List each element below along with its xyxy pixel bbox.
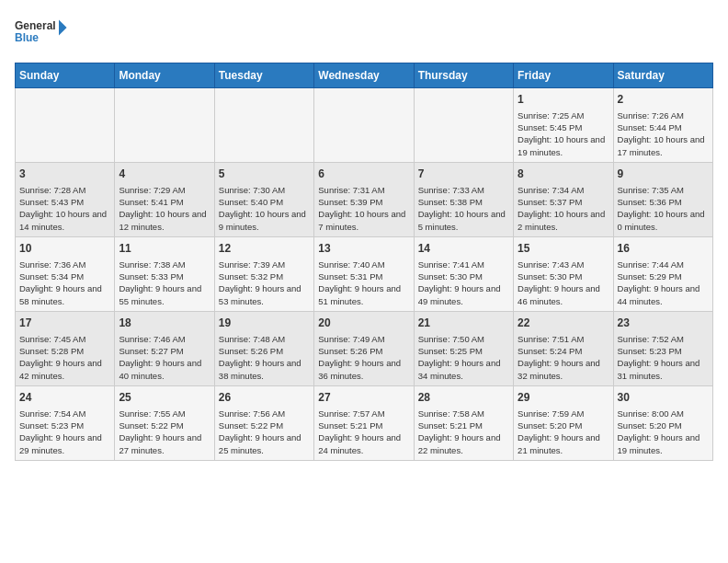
day-number: 17	[19, 316, 110, 331]
calendar-cell: 3Sunrise: 7:28 AM Sunset: 5:43 PM Daylig…	[16, 162, 115, 236]
day-info: Sunrise: 7:45 AM Sunset: 5:28 PM Dayligh…	[19, 333, 110, 382]
day-number: 24	[19, 390, 110, 406]
day-info: Sunrise: 7:33 AM Sunset: 5:38 PM Dayligh…	[418, 184, 509, 233]
day-info: Sunrise: 7:59 AM Sunset: 5:20 PM Dayligh…	[518, 408, 609, 456]
day-number: 8	[518, 167, 609, 182]
day-number: 5	[219, 167, 310, 182]
calendar-cell	[414, 88, 513, 163]
weekday-header: Saturday	[613, 63, 712, 88]
day-number: 26	[219, 390, 310, 406]
day-info: Sunrise: 7:46 AM Sunset: 5:27 PM Dayligh…	[119, 333, 210, 382]
day-number: 21	[418, 316, 509, 331]
svg-text:Blue: Blue	[15, 31, 39, 44]
day-number: 29	[518, 390, 609, 406]
day-info: Sunrise: 7:55 AM Sunset: 5:22 PM Dayligh…	[119, 408, 210, 456]
calendar-cell: 18Sunrise: 7:46 AM Sunset: 5:27 PM Dayli…	[115, 311, 214, 385]
calendar-cell: 4Sunrise: 7:29 AM Sunset: 5:41 PM Daylig…	[115, 162, 214, 236]
svg-text:General: General	[15, 19, 56, 32]
calendar-cell: 19Sunrise: 7:48 AM Sunset: 5:26 PM Dayli…	[214, 311, 313, 385]
calendar-cell: 7Sunrise: 7:33 AM Sunset: 5:38 PM Daylig…	[414, 162, 513, 236]
day-info: Sunrise: 7:40 AM Sunset: 5:31 PM Dayligh…	[318, 259, 409, 307]
day-info: Sunrise: 7:44 AM Sunset: 5:29 PM Dayligh…	[618, 259, 709, 307]
day-info: Sunrise: 7:43 AM Sunset: 5:30 PM Dayligh…	[518, 259, 609, 307]
weekday-header: Friday	[514, 63, 613, 88]
day-info: Sunrise: 7:52 AM Sunset: 5:23 PM Dayligh…	[618, 333, 709, 382]
calendar-week-row: 17Sunrise: 7:45 AM Sunset: 5:28 PM Dayli…	[16, 311, 713, 385]
day-number: 20	[318, 316, 409, 331]
day-number: 12	[219, 241, 310, 257]
day-number: 23	[618, 316, 709, 331]
logo: General Blue	[15, 15, 70, 52]
day-number: 22	[518, 316, 609, 331]
calendar-cell: 16Sunrise: 7:44 AM Sunset: 5:29 PM Dayli…	[613, 236, 712, 311]
day-info: Sunrise: 7:26 AM Sunset: 5:44 PM Dayligh…	[618, 109, 709, 158]
day-info: Sunrise: 7:38 AM Sunset: 5:33 PM Dayligh…	[119, 259, 210, 307]
calendar-week-row: 3Sunrise: 7:28 AM Sunset: 5:43 PM Daylig…	[16, 162, 713, 236]
calendar-cell: 1Sunrise: 7:25 AM Sunset: 5:45 PM Daylig…	[514, 88, 613, 163]
calendar-cell	[314, 88, 414, 163]
day-number: 9	[618, 167, 709, 182]
day-info: Sunrise: 7:34 AM Sunset: 5:37 PM Dayligh…	[518, 184, 609, 233]
day-info: Sunrise: 7:31 AM Sunset: 5:39 PM Dayligh…	[318, 184, 409, 233]
calendar-cell: 24Sunrise: 7:54 AM Sunset: 5:23 PM Dayli…	[16, 385, 115, 460]
day-number: 25	[119, 390, 210, 406]
day-info: Sunrise: 7:49 AM Sunset: 5:26 PM Dayligh…	[318, 333, 409, 382]
weekday-header-row: SundayMondayTuesdayWednesdayThursdayFrid…	[16, 63, 713, 88]
calendar-cell: 6Sunrise: 7:31 AM Sunset: 5:39 PM Daylig…	[314, 162, 414, 236]
day-info: Sunrise: 7:39 AM Sunset: 5:32 PM Dayligh…	[219, 259, 310, 307]
calendar-cell: 2Sunrise: 7:26 AM Sunset: 5:44 PM Daylig…	[613, 88, 712, 163]
calendar-cell: 29Sunrise: 7:59 AM Sunset: 5:20 PM Dayli…	[514, 385, 613, 460]
calendar-cell: 13Sunrise: 7:40 AM Sunset: 5:31 PM Dayli…	[314, 236, 414, 311]
day-info: Sunrise: 7:58 AM Sunset: 5:21 PM Dayligh…	[418, 408, 509, 456]
day-number: 7	[418, 167, 509, 182]
day-number: 14	[418, 241, 509, 257]
day-info: Sunrise: 7:36 AM Sunset: 5:34 PM Dayligh…	[19, 259, 110, 307]
day-number: 2	[618, 92, 709, 108]
day-number: 28	[418, 390, 509, 406]
calendar-cell: 20Sunrise: 7:49 AM Sunset: 5:26 PM Dayli…	[314, 311, 414, 385]
logo-svg: General Blue	[15, 15, 70, 52]
calendar-week-row: 1Sunrise: 7:25 AM Sunset: 5:45 PM Daylig…	[16, 88, 713, 163]
calendar-cell	[115, 88, 214, 163]
weekday-header: Thursday	[414, 63, 513, 88]
day-number: 13	[318, 241, 409, 257]
calendar-cell: 8Sunrise: 7:34 AM Sunset: 5:37 PM Daylig…	[514, 162, 613, 236]
weekday-header: Sunday	[16, 63, 115, 88]
day-number: 3	[19, 167, 110, 182]
day-info: Sunrise: 7:35 AM Sunset: 5:36 PM Dayligh…	[618, 184, 709, 233]
day-info: Sunrise: 7:41 AM Sunset: 5:30 PM Dayligh…	[418, 259, 509, 307]
calendar-cell: 27Sunrise: 7:57 AM Sunset: 5:21 PM Dayli…	[314, 385, 414, 460]
day-info: Sunrise: 7:25 AM Sunset: 5:45 PM Dayligh…	[518, 109, 609, 158]
day-number: 6	[318, 167, 409, 182]
day-info: Sunrise: 7:54 AM Sunset: 5:23 PM Dayligh…	[19, 408, 110, 456]
calendar-cell: 12Sunrise: 7:39 AM Sunset: 5:32 PM Dayli…	[214, 236, 313, 311]
calendar-cell: 23Sunrise: 7:52 AM Sunset: 5:23 PM Dayli…	[613, 311, 712, 385]
calendar-cell: 22Sunrise: 7:51 AM Sunset: 5:24 PM Dayli…	[514, 311, 613, 385]
calendar-cell: 9Sunrise: 7:35 AM Sunset: 5:36 PM Daylig…	[613, 162, 712, 236]
day-info: Sunrise: 7:51 AM Sunset: 5:24 PM Dayligh…	[518, 333, 609, 382]
day-number: 1	[518, 92, 609, 108]
calendar-cell	[214, 88, 313, 163]
day-number: 10	[19, 241, 110, 257]
calendar-cell: 10Sunrise: 7:36 AM Sunset: 5:34 PM Dayli…	[16, 236, 115, 311]
day-info: Sunrise: 7:30 AM Sunset: 5:40 PM Dayligh…	[219, 184, 310, 233]
day-number: 11	[119, 241, 210, 257]
day-info: Sunrise: 7:48 AM Sunset: 5:26 PM Dayligh…	[219, 333, 310, 382]
day-info: Sunrise: 7:57 AM Sunset: 5:21 PM Dayligh…	[318, 408, 409, 456]
calendar-cell: 30Sunrise: 8:00 AM Sunset: 5:20 PM Dayli…	[613, 385, 712, 460]
day-number: 4	[119, 167, 210, 182]
calendar-cell: 11Sunrise: 7:38 AM Sunset: 5:33 PM Dayli…	[115, 236, 214, 311]
calendar-cell: 25Sunrise: 7:55 AM Sunset: 5:22 PM Dayli…	[115, 385, 214, 460]
day-number: 19	[219, 316, 310, 331]
day-info: Sunrise: 7:50 AM Sunset: 5:25 PM Dayligh…	[418, 333, 509, 382]
page-header: General Blue	[15, 15, 713, 52]
weekday-header: Tuesday	[214, 63, 313, 88]
calendar-cell: 21Sunrise: 7:50 AM Sunset: 5:25 PM Dayli…	[414, 311, 513, 385]
day-info: Sunrise: 7:29 AM Sunset: 5:41 PM Dayligh…	[119, 184, 210, 233]
calendar-cell: 5Sunrise: 7:30 AM Sunset: 5:40 PM Daylig…	[214, 162, 313, 236]
calendar-cell: 26Sunrise: 7:56 AM Sunset: 5:22 PM Dayli…	[214, 385, 313, 460]
day-number: 30	[618, 390, 709, 406]
day-info: Sunrise: 7:56 AM Sunset: 5:22 PM Dayligh…	[219, 408, 310, 456]
day-number: 27	[318, 390, 409, 406]
day-number: 16	[618, 241, 709, 257]
